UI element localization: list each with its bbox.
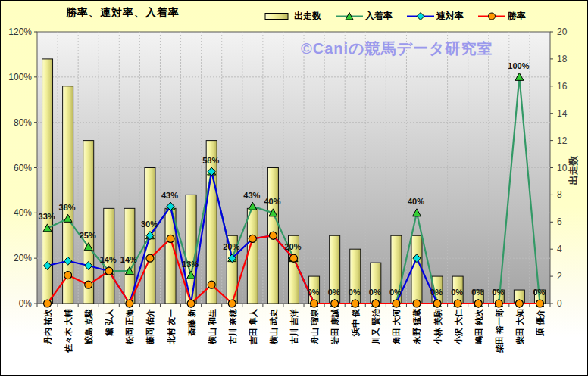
category-label: 横山 和生: [208, 309, 217, 345]
right-axis-title: 出走数: [568, 156, 579, 185]
category-label: 北村 友一: [167, 309, 176, 345]
circle-marker-icon: [249, 235, 256, 242]
circle-marker-icon: [478, 11, 505, 21]
data-label: 0%: [369, 288, 381, 297]
category-label: 角田 大河: [392, 309, 401, 345]
right-axis-label: 2: [557, 271, 562, 282]
category-label: 浜中 俊: [351, 308, 361, 337]
data-label: 14%: [100, 255, 117, 264]
data-label: 0%: [328, 288, 340, 297]
legend-item-quinella-rate: 連対率: [407, 10, 464, 23]
chart-canvas: 33%38%25%14%14%30%43%13%58%20%43%40%20%0…: [1, 1, 588, 375]
data-label: 0%: [492, 288, 504, 297]
circle-marker-icon: [495, 300, 502, 307]
data-label: 0%: [389, 288, 402, 297]
category-label: 小林 美駒: [433, 309, 443, 345]
data-label: 20%: [223, 242, 239, 251]
category-label: 柴田 裕一郎: [495, 309, 504, 353]
circle-marker-icon: [454, 300, 461, 307]
data-label: 0%: [308, 288, 320, 297]
data-label: 100%: [508, 61, 529, 70]
diamond-marker-icon: [407, 11, 434, 21]
bar: [206, 141, 217, 304]
category-label: 鮫島 克駿: [84, 308, 94, 345]
circle-marker-icon: [433, 300, 441, 307]
right-axis-label: 8: [557, 189, 562, 200]
left-axis-label: 0%: [19, 298, 33, 309]
data-label: 0%: [451, 288, 463, 297]
legend-item-win-rate: 勝率: [478, 10, 526, 23]
data-label: 40%: [264, 197, 280, 206]
category-label: 柴田 大知: [515, 309, 524, 345]
circle-marker-icon: [228, 300, 236, 307]
category-label: 古川 奈穂: [228, 308, 237, 345]
circle-marker-icon: [331, 300, 339, 307]
category-label: 岩田 康誠: [330, 309, 339, 345]
category-label: 黛 弘人: [105, 308, 114, 337]
circle-marker-icon: [393, 300, 400, 307]
circle-marker-icon: [474, 300, 482, 307]
circle-marker-icon: [208, 281, 215, 288]
right-axis-label: 12: [557, 135, 568, 146]
data-label: 43%: [161, 191, 178, 200]
legend-label: 勝率: [508, 10, 526, 23]
data-label: 58%: [202, 156, 219, 165]
data-label: 25%: [80, 231, 96, 240]
right-axis-label: 0: [557, 298, 562, 309]
category-label: 吉田 隼人: [249, 308, 258, 345]
circle-marker-icon: [105, 267, 113, 275]
circle-marker-icon: [372, 300, 380, 307]
legend-label: 出走数: [294, 10, 321, 23]
bar-swatch-icon: [264, 11, 292, 21]
right-axis-label: 6: [557, 216, 562, 227]
category-label: 原 優介: [536, 309, 545, 337]
circle-marker-icon: [167, 235, 174, 242]
category-label: 斎藤 新: [187, 309, 196, 336]
data-label: 14%: [120, 255, 137, 264]
left-axis-label: 40%: [14, 207, 32, 218]
circle-marker-icon: [269, 232, 277, 239]
category-label: 丹内 祐次: [43, 308, 52, 345]
triangle-marker-icon: [336, 11, 363, 21]
left-axis-label: 100%: [8, 72, 32, 82]
left-axis-label: 20%: [14, 253, 32, 263]
right-axis-label: 16: [557, 81, 568, 92]
category-label: 佐々木 大輔: [64, 309, 73, 353]
data-label: 40%: [408, 197, 424, 206]
bar: [247, 208, 258, 304]
category-label: 川又 賢治: [371, 308, 381, 345]
legend-label: 入着率: [365, 10, 393, 23]
right-axis-label: 18: [557, 54, 568, 64]
right-axis-label: 4: [557, 244, 562, 254]
data-label: 43%: [243, 191, 260, 200]
legend-label: 連対率: [436, 10, 464, 23]
chart-title: 勝率、連対率、入着率: [66, 6, 180, 20]
bar: [83, 141, 94, 304]
circle-marker-icon: [290, 254, 298, 262]
legend: 出走数 入着率 連対率 勝率: [264, 10, 526, 23]
data-label: 30%: [141, 219, 158, 229]
circle-marker-icon: [352, 300, 359, 307]
left-axis-label: 60%: [14, 163, 32, 173]
circle-marker-icon: [515, 300, 523, 307]
circle-marker-icon: [536, 300, 543, 307]
category-label: 嶋田 純次: [474, 308, 483, 345]
circle-marker-icon: [146, 254, 154, 262]
legend-item-starts: 出走数: [264, 10, 321, 23]
data-label: 0%: [349, 288, 361, 297]
category-label: 舟山 瑠泉: [310, 308, 319, 345]
right-axis-label: 10: [557, 163, 568, 173]
category-label: 古川 吉洋: [289, 309, 299, 345]
data-label: 33%: [39, 212, 55, 221]
data-label: 13%: [182, 260, 199, 269]
category-label: 横山 武史: [269, 309, 278, 345]
circle-marker-icon: [413, 300, 421, 307]
data-label: 0%: [430, 288, 443, 297]
circle-marker-icon: [126, 300, 133, 307]
right-axis-label: 14: [557, 108, 568, 119]
bar: [63, 86, 74, 304]
data-label: 0%: [471, 288, 483, 297]
bar: [371, 263, 381, 304]
data-label: 0%: [533, 288, 546, 297]
data-label: 20%: [284, 242, 301, 251]
